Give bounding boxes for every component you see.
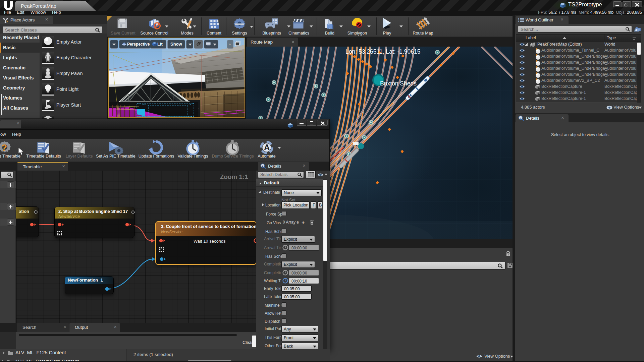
svg-text:Lon: 53.26511, Lat: -1.90615: Lon: 53.26511, Lat: -1.90615 bbox=[345, 48, 420, 55]
svg-text:Buxton Sheds: Buxton Sheds bbox=[380, 80, 417, 87]
svg-text:?: ? bbox=[1, 142, 7, 153]
svg-text:NewFormation: NewFormation bbox=[140, 115, 168, 117]
svg-text:A: A bbox=[264, 143, 270, 152]
